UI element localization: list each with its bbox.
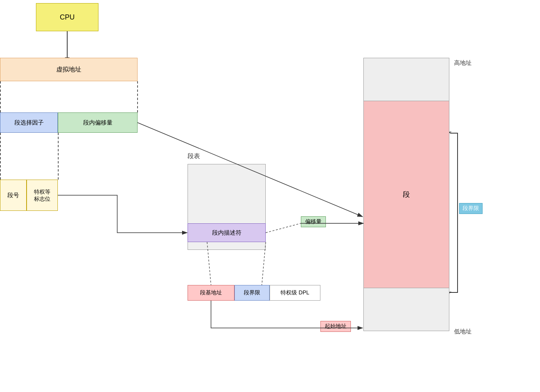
priv-flag-box: 特权等标志位 xyxy=(27,180,58,211)
dashed-v3 xyxy=(0,133,1,180)
seg-descriptor-label: 段内描述符 xyxy=(212,229,241,237)
cpu-box: CPU xyxy=(36,3,98,31)
seg-num-label: 段号 xyxy=(7,192,19,199)
virtual-addr-label: 虚拟地址 xyxy=(56,66,81,74)
start-addr-badge: 起始地址 xyxy=(320,321,351,332)
virtual-addr-box: 虚拟地址 xyxy=(0,58,138,81)
high-addr-label: 高地址 xyxy=(454,59,472,67)
dashed-v2 xyxy=(137,81,138,112)
seg-selector-box: 段选择因子 xyxy=(0,112,58,133)
seg-table-label: 段表 xyxy=(188,152,200,160)
seg-num-box: 段号 xyxy=(0,180,27,211)
seg-limit-label-right: 段界限 xyxy=(459,203,483,214)
seg-limit-seg-table: 段界限 xyxy=(234,285,270,301)
memory-container: 段 xyxy=(363,58,449,331)
seg-descriptor-row: 段内描述符 xyxy=(188,223,266,242)
dashed-v4 xyxy=(58,133,59,180)
dashed-v1 xyxy=(0,81,1,112)
seg-offset-box: 段内偏移量 xyxy=(58,112,138,133)
memory-bottom xyxy=(364,288,449,331)
seg-selector-label: 段选择因子 xyxy=(14,119,44,127)
seg-base-addr-box: 段基地址 xyxy=(188,285,234,301)
cpu-label: CPU xyxy=(60,13,75,21)
priv-flag-label: 特权等标志位 xyxy=(34,188,50,202)
svg-line-9 xyxy=(266,223,301,233)
diagram: CPU 虚拟地址 段选择因子 段内偏移量 段号 特权等标志位 段表 段内描述符 … xyxy=(0,0,540,392)
memory-segment: 段 xyxy=(364,101,449,288)
arrow-cpu-down xyxy=(67,31,68,58)
memory-top xyxy=(364,58,449,101)
dpl-box: 特权级 DPL xyxy=(270,285,320,301)
low-addr-label: 低地址 xyxy=(454,328,472,335)
offset-badge: 偏移量 xyxy=(301,216,326,227)
seg-limit-brace xyxy=(450,133,458,293)
seg-offset-label: 段内偏移量 xyxy=(83,119,113,127)
